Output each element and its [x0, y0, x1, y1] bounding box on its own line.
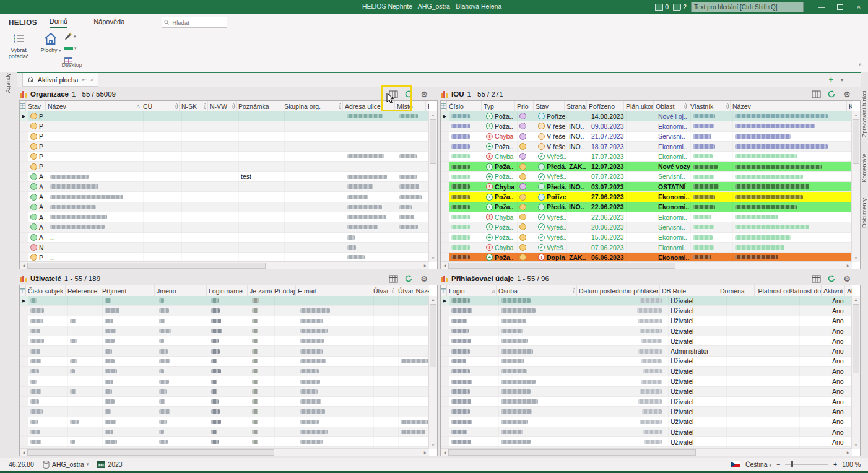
column-header[interactable]: Klíčová slova [847, 101, 852, 111]
row-selector[interactable] [441, 121, 449, 131]
row-selector[interactable] [20, 336, 28, 345]
row-selector[interactable] [20, 306, 28, 315]
table-row[interactable]: A [20, 222, 429, 232]
row-selector[interactable] [441, 243, 449, 252]
row-selector[interactable] [20, 142, 28, 151]
row-selector[interactable] [441, 407, 449, 416]
table-row[interactable]: UživatelAnoDefault [441, 437, 852, 447]
row-selector[interactable] [20, 162, 28, 171]
column-header[interactable]: Poznámka [237, 101, 282, 111]
row-selector[interactable] [441, 306, 449, 315]
table-row[interactable]: P [20, 152, 429, 162]
row-selector[interactable] [441, 427, 449, 436]
row-selector[interactable]: ▶ [20, 296, 28, 305]
row-selector[interactable]: ▶ [20, 111, 28, 121]
ribbon-search[interactable] [162, 17, 227, 28]
table-row[interactable]: +Poža..✓Vyřeš..20.06.2023Servisní.. [441, 222, 852, 232]
row-selector[interactable] [20, 202, 28, 212]
table-row[interactable] [20, 367, 429, 376]
column-header[interactable]: Př.údaj [272, 285, 296, 296]
column-header[interactable]: Prio [515, 101, 534, 111]
dock-tab-functions[interactable]: Zpracování funkcí [861, 90, 867, 137]
column-header[interactable]: DB Role [660, 285, 718, 296]
table-row[interactable]: UživatelAnoDefault [441, 376, 852, 386]
column-header[interactable]: Doména [718, 285, 755, 296]
row-selector[interactable]: ▶ [441, 111, 449, 121]
row-selector[interactable] [441, 152, 449, 161]
row-selector[interactable] [441, 162, 449, 171]
column-header[interactable]: N-SK [180, 101, 208, 111]
column-header[interactable]: Útvar [371, 285, 396, 296]
row-selector[interactable] [20, 387, 28, 396]
row-selector[interactable] [441, 212, 449, 222]
table-row[interactable] [20, 326, 429, 336]
gear-icon[interactable]: ⚙ [419, 90, 429, 99]
row-selector[interactable] [20, 316, 28, 326]
table-row[interactable]: A [20, 202, 429, 212]
table-row[interactable]: !Chyba✓Vyřeš..17.07.2023Ekonomi.. [441, 152, 852, 162]
table-row[interactable] [20, 427, 429, 437]
table-row[interactable] [20, 336, 429, 346]
table-row[interactable]: +Poža..✓Vyřeš..07.07.2023Servisní.. [441, 172, 852, 182]
table-row[interactable]: A [20, 182, 429, 192]
grid-settings-icon[interactable] [388, 274, 398, 284]
row-selector[interactable] [20, 212, 28, 222]
dock-tab-comments[interactable]: Komentáře [861, 154, 867, 182]
table-row[interactable]: UživatelAnoDefault [441, 326, 852, 336]
collapse-ribbon-icon[interactable]: ˄ [859, 62, 862, 68]
notifications-badge[interactable]: 0 [655, 3, 669, 11]
row-selector[interactable] [20, 132, 28, 141]
column-header[interactable]: Platnost do [791, 285, 822, 296]
column-header[interactable]: Login△ [447, 285, 497, 296]
select-all-corner-icon[interactable] [20, 285, 26, 296]
row-selector[interactable] [20, 376, 28, 386]
app-menu-button[interactable]: HELIOS [9, 19, 37, 26]
table-row[interactable] [20, 306, 429, 316]
refresh-icon[interactable] [827, 90, 836, 99]
database-selector[interactable]: AHG_ostra ▾ [43, 461, 89, 469]
messages-badge[interactable]: 2 [673, 3, 687, 11]
table-row[interactable]: +Poža..Předá..ZAK..12.07.2023Nové vozy [441, 162, 852, 171]
row-selector[interactable] [441, 336, 449, 345]
column-header[interactable]: Plán.ukon [624, 101, 654, 111]
row-selector[interactable] [20, 243, 28, 252]
table-row[interactable]: ▶UživatelAnoDefault [441, 296, 852, 306]
table-row[interactable]: !Chyba✓Vyřeš..07.06.2023Ekonomi.. [441, 243, 852, 253]
table-row[interactable]: P [20, 162, 429, 171]
table-row[interactable] [20, 397, 429, 407]
table-row[interactable]: UživatelAnoDefault [441, 387, 852, 397]
grid-settings-icon[interactable] [811, 90, 821, 99]
language-selector[interactable]: Čeština ▾ [745, 461, 771, 468]
row-selector[interactable] [441, 357, 449, 366]
row-selector[interactable] [441, 222, 449, 232]
table-row[interactable]: !ChybaV řeše..INO..21.07.2023Servisní.. [441, 132, 852, 142]
table-row[interactable]: ▶ [20, 296, 429, 306]
table-row[interactable]: N.. [20, 243, 429, 253]
column-header[interactable]: Skupina org. [282, 101, 343, 111]
zoom-in-button[interactable]: + [833, 461, 837, 468]
row-selector[interactable] [441, 172, 449, 181]
row-selector[interactable] [20, 172, 28, 181]
column-header[interactable]: Login name [207, 285, 248, 296]
row-selector[interactable] [441, 253, 449, 262]
row-selector[interactable] [20, 182, 28, 191]
surfaces-button[interactable]: Plochy ▾ [35, 31, 67, 53]
column-header[interactable]: E mail [296, 285, 371, 296]
table-row[interactable]: A.. [20, 233, 429, 243]
row-selector[interactable] [20, 152, 28, 161]
column-header[interactable]: Útvar-Název [396, 285, 429, 296]
table-row[interactable]: +Poža..✓Vyřeš..15.06.2023Ekonomi.. [441, 233, 852, 243]
table-row[interactable] [20, 417, 429, 427]
table-row[interactable] [20, 316, 429, 326]
vertical-scrollbar[interactable]: ▲▼ [428, 111, 437, 262]
row-selector[interactable] [441, 346, 449, 355]
table-row[interactable] [20, 437, 429, 447]
column-header[interactable]: Název△ [46, 101, 141, 111]
column-header[interactable]: Je zamě [248, 285, 272, 296]
global-search-input[interactable] [691, 2, 804, 12]
column-header[interactable]: Stav [26, 101, 46, 111]
table-row[interactable]: P [20, 121, 429, 131]
pin-icon[interactable]: ⇤ [82, 77, 87, 83]
row-selector[interactable] [20, 222, 28, 232]
column-header[interactable]: Platnost od [755, 285, 791, 296]
